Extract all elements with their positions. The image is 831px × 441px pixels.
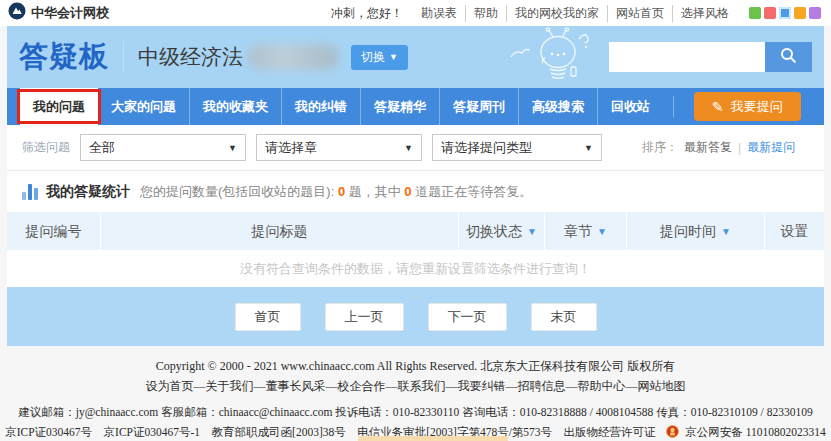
- tab-advanced-search[interactable]: 高级搜索: [518, 88, 597, 125]
- filter-select-question-type[interactable]: 请选择提问类型 ▼: [432, 134, 602, 161]
- searchbox: [609, 42, 812, 72]
- censored-text: [247, 44, 339, 70]
- pagination: 首页 上一页 下一页 末页: [7, 287, 824, 346]
- column-label: 提问时间: [660, 223, 716, 241]
- ask-question-button[interactable]: ✎ 我要提问: [694, 92, 801, 121]
- footer: Copyright © 2000 - 2021 www.chinaacc.com…: [0, 346, 831, 441]
- tab-qa-weekly[interactable]: 答疑周刊: [439, 88, 518, 125]
- sort-newest-reply[interactable]: 最新答复: [684, 139, 732, 156]
- tab-label: 我的纠错: [295, 98, 347, 116]
- page-title: 答疑板: [19, 37, 109, 77]
- column-header-settings: 设置: [764, 213, 824, 250]
- course-title: 中级经济法: [138, 43, 243, 71]
- column-label: 提问标题: [252, 223, 308, 241]
- stats-text: 道题正在等待答复。: [412, 184, 533, 199]
- mascot-illustration: [509, 27, 601, 87]
- style-swatch-purple[interactable]: [809, 7, 821, 19]
- column-header-question-id: 提问编号: [7, 213, 100, 250]
- bar-chart-icon: [22, 184, 38, 200]
- column-header-question-title: 提问标题: [100, 213, 458, 250]
- public-security-badge-icon: [666, 424, 679, 441]
- switch-course-button[interactable]: 切换 ▼: [351, 45, 408, 70]
- dropdown-arrow-icon: ▼: [584, 143, 593, 153]
- stats-text: 您的提问数量(包括回收站的题目):: [140, 184, 338, 199]
- first-page-button[interactable]: 首页: [235, 303, 301, 331]
- link-errata[interactable]: 勘误表: [413, 5, 465, 22]
- topbar-right: 冲刺，您好！ 勘误表 帮助 我的网校我的家 网站首页 选择风格: [331, 5, 821, 22]
- stats-description: 您的提问数量(包括回收站的题目): 0 题，其中 0 道题正在等待答复。: [140, 183, 532, 201]
- stats-text: 题，其中: [345, 184, 404, 199]
- sort-label: 排序：: [642, 139, 678, 156]
- sort-arrow-icon: ▼: [721, 226, 731, 237]
- style-swatch-orange[interactable]: [794, 7, 806, 19]
- search-input[interactable]: [609, 42, 765, 72]
- filter-select-scope[interactable]: 全部 ▼: [80, 134, 246, 161]
- pencil-icon: ✎: [712, 99, 724, 115]
- column-header-chapter-sort[interactable]: 章节 ▼: [544, 213, 626, 250]
- column-header-status-sort[interactable]: 切换状态 ▼: [458, 213, 544, 250]
- column-label: 章节: [564, 223, 592, 241]
- tab-label: 我的收藏夹: [203, 98, 268, 116]
- empty-state-message: 没有符合查询条件的数据，请您重新设置筛选条件进行查询！: [7, 250, 824, 287]
- dropdown-arrow-icon: ▼: [404, 143, 413, 153]
- filter-label: 筛选问题: [22, 139, 70, 156]
- bottom-cutoff-element: [358, 436, 508, 441]
- search-button[interactable]: [765, 42, 812, 72]
- tab-label: 我的问题: [33, 98, 85, 116]
- filter-select-chapter-value: 请选择章: [265, 139, 317, 157]
- link-my-school[interactable]: 我的网校我的家: [506, 5, 607, 22]
- column-header-time-sort[interactable]: 提问时间 ▼: [626, 213, 764, 250]
- tab-recycle-bin[interactable]: 回收站: [597, 88, 663, 125]
- last-page-button[interactable]: 末页: [531, 303, 597, 331]
- tab-label: 回收站: [611, 98, 650, 116]
- link-choose-style[interactable]: 选择风格: [672, 5, 737, 22]
- main-container: 答疑板 中级经济法 切换 ▼: [7, 26, 824, 346]
- tab-label: 答疑精华: [374, 98, 426, 116]
- sort-arrow-icon: ▼: [527, 226, 537, 237]
- style-swatch-blue-selected[interactable]: [779, 7, 791, 19]
- main-nav: 我的问题 大家的问题 我的收藏夹 我的纠错 答疑精华 答疑周刊 高级搜索 回收站…: [7, 88, 824, 125]
- footer-links-line[interactable]: 设为首页—关于我们—董事长风采—校企合作—联系我们—我要纠错—招聘信息—帮助中心…: [0, 376, 831, 396]
- copyright-line: Copyright © 2000 - 2021 www.chinaacc.com…: [0, 356, 831, 376]
- prev-page-button[interactable]: 上一页: [325, 303, 404, 331]
- filter-select-chapter[interactable]: 请选择章 ▼: [256, 134, 422, 161]
- style-swatches: [749, 7, 821, 19]
- style-swatch-green[interactable]: [749, 7, 761, 19]
- tab-my-corrections[interactable]: 我的纠错: [281, 88, 360, 125]
- column-label: 设置: [781, 223, 809, 241]
- site-logo[interactable]: 中华会计网校: [8, 2, 109, 24]
- style-swatch-red[interactable]: [764, 7, 776, 19]
- tab-label: 大家的问题: [111, 98, 176, 116]
- column-label: 切换状态: [466, 223, 522, 241]
- sort-area: 排序： 最新答复 | 最新提问: [642, 139, 795, 156]
- filter-select-type-value: 请选择提问类型: [441, 139, 532, 157]
- tab-everyones-questions[interactable]: 大家的问题: [98, 88, 189, 125]
- link-site-home[interactable]: 网站首页: [607, 5, 672, 22]
- user-greeting: 冲刺，您好！: [331, 5, 403, 22]
- stats-row: 我的答疑统计 您的提问数量(包括回收站的题目): 0 题，其中 0 道题正在等待…: [7, 170, 824, 212]
- tab-my-favorites[interactable]: 我的收藏夹: [189, 88, 281, 125]
- sort-newest-question[interactable]: 最新提问: [747, 139, 795, 156]
- dropdown-arrow-icon: ▼: [228, 143, 237, 153]
- search-icon: [780, 47, 797, 67]
- column-label: 提问编号: [26, 223, 82, 241]
- sort-separator: |: [738, 141, 741, 155]
- link-help[interactable]: 帮助: [465, 5, 506, 22]
- filter-select-scope-value: 全部: [89, 139, 115, 157]
- filter-row: 筛选问题 全部 ▼ 请选择章 ▼ 请选择提问类型 ▼ 排序： 最新答复 | 最新…: [7, 125, 824, 170]
- content: 筛选问题 全部 ▼ 请选择章 ▼ 请选择提问类型 ▼ 排序： 最新答复 | 最新…: [7, 125, 824, 287]
- stats-title: 我的答疑统计: [46, 183, 130, 201]
- tab-qa-highlights[interactable]: 答疑精华: [360, 88, 439, 125]
- tab-my-questions[interactable]: 我的问题: [20, 88, 98, 125]
- stats-count-waiting: 0: [404, 184, 411, 199]
- nav-separator: [673, 96, 674, 117]
- logo-icon: [8, 2, 26, 24]
- banner-divider: [123, 41, 124, 73]
- switch-course-label: 切换: [361, 49, 385, 66]
- table-header: 提问编号 提问标题 切换状态 ▼ 章节 ▼ 提问时间 ▼ 设置: [7, 212, 824, 250]
- tab-label: 答疑周刊: [453, 98, 505, 116]
- contact-line: 建议邮箱：jy@chinaacc.com 客服邮箱：chinaacc@china…: [0, 402, 831, 422]
- banner-right: [509, 27, 812, 87]
- ask-question-label: 我要提问: [731, 98, 783, 116]
- next-page-button[interactable]: 下一页: [428, 303, 507, 331]
